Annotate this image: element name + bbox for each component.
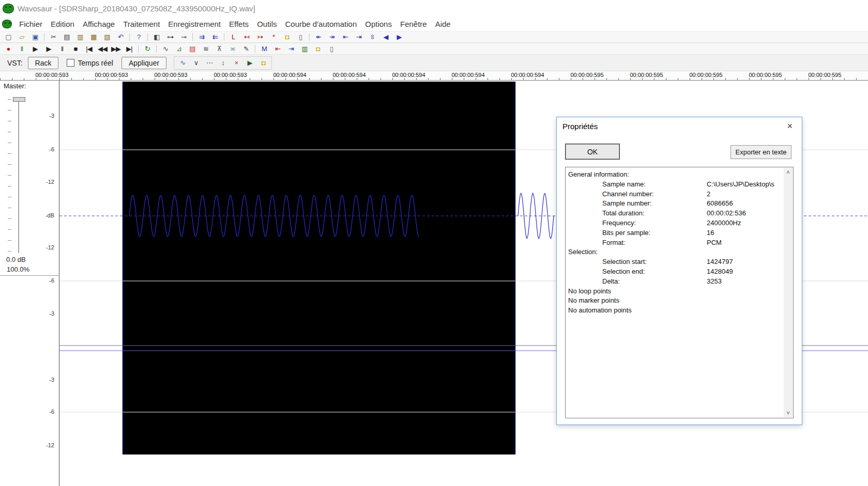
- statistics-icon[interactable]: ⊿: [172, 43, 186, 54]
- ruler-timestamp: 00:00:00:593: [201, 71, 260, 79]
- vst-play-icon[interactable]: ▶: [243, 57, 256, 68]
- rack-button[interactable]: Rack: [28, 57, 59, 69]
- scroll-up-icon[interactable]: ˄: [784, 168, 793, 177]
- close-icon[interactable]: ×: [784, 120, 796, 133]
- lock-markers-icon[interactable]: ◘: [280, 32, 294, 42]
- zoom-vertical-icon[interactable]: ⇳: [366, 32, 379, 42]
- go-to-end-icon[interactable]: ▶|: [123, 43, 136, 54]
- menu-effets[interactable]: Effets: [225, 19, 253, 29]
- play-selection-icon[interactable]: ▶: [42, 43, 55, 54]
- ruler-timestamp: 00:00:00:594: [379, 71, 438, 79]
- document-frog-icon[interactable]: [2, 20, 12, 28]
- undo-icon[interactable]: ↶: [114, 32, 127, 42]
- oscilloscope-icon[interactable]: ≍: [226, 43, 239, 54]
- menu-courbe-d-automation[interactable]: Courbe d'automation: [281, 19, 361, 29]
- menu-enregistrement[interactable]: Enregistrement: [164, 19, 225, 29]
- properties-list[interactable]: General information:Sample name:C:\Users…: [565, 167, 794, 418]
- preset-dropdown-icon[interactable]: ∨: [189, 57, 203, 68]
- help-icon[interactable]: ?: [132, 32, 145, 42]
- zoom-selection-icon[interactable]: ⇉: [195, 32, 208, 42]
- waveform-view-icon[interactable]: ∿: [159, 43, 172, 54]
- next-marker-icon[interactable]: ↦: [253, 32, 267, 42]
- stop-icon[interactable]: ■: [69, 43, 82, 54]
- menu-traitement[interactable]: Traitement: [119, 19, 164, 29]
- insert-marker-icon[interactable]: *: [267, 32, 280, 42]
- go-previous-icon[interactable]: ◀: [379, 32, 392, 42]
- open-file-icon[interactable]: ▱: [15, 32, 28, 42]
- loop-marker-icon[interactable]: L: [226, 32, 240, 42]
- scroll-down-icon[interactable]: ˅: [784, 409, 793, 417]
- loop-playback-icon[interactable]: ↻: [141, 43, 154, 54]
- level-meter-icon[interactable]: ▥: [298, 43, 311, 54]
- zoom-in-horizontal-icon[interactable]: ↞: [312, 32, 325, 42]
- zoom-out-horizontal-icon[interactable]: ↠: [325, 32, 339, 42]
- menu-edition[interactable]: Edition: [47, 19, 79, 29]
- pause-icon[interactable]: ‖: [55, 43, 69, 54]
- vst-preset-icon[interactable]: ∿: [176, 57, 189, 68]
- audio-config-icon[interactable]: ◧: [150, 32, 163, 42]
- export-text-button[interactable]: Exporter en texte: [730, 145, 791, 159]
- vst-mini-toolbar: ∿∨⋯↕×▶◘: [174, 56, 272, 70]
- property-label: Frequency:: [568, 219, 636, 227]
- time-ruler[interactable]: 00:00:00:59300:00:00:59300:00:00:59300:0…: [0, 71, 868, 81]
- resample-icon[interactable]: ⊶: [163, 32, 177, 42]
- save-file-icon[interactable]: ▣: [28, 32, 42, 42]
- menu-options[interactable]: Options: [361, 19, 396, 29]
- apply-button[interactable]: Appliquer: [121, 57, 166, 69]
- db-scale-label: -6: [49, 277, 54, 284]
- property-row: Channel number:2: [568, 190, 781, 199]
- align-right-icon[interactable]: ⇥: [284, 43, 298, 54]
- volume-slider-handle[interactable]: [13, 97, 25, 102]
- rewind-icon[interactable]: ◀◀: [96, 43, 109, 54]
- menu-fen-tre[interactable]: Fenêtre: [396, 19, 431, 29]
- ok-button[interactable]: OK: [565, 144, 620, 160]
- unzoom-selection-icon[interactable]: ⇇: [208, 32, 222, 42]
- vst-lock-icon[interactable]: ◘: [256, 57, 270, 68]
- scrollbar[interactable]: ˄ ˅: [784, 168, 793, 417]
- db-scale-label: -12: [46, 244, 54, 250]
- paste-mix-icon[interactable]: ▦: [87, 32, 100, 42]
- volume-slider-track[interactable]: [18, 100, 19, 253]
- paste-icon[interactable]: ▥: [73, 32, 87, 42]
- property-row: No loop points: [568, 287, 781, 296]
- align-left-icon[interactable]: ⇤: [271, 43, 284, 54]
- draw-wave-icon[interactable]: ✎: [239, 43, 253, 54]
- remove-vst-icon[interactable]: ×: [230, 57, 243, 68]
- prev-marker-icon[interactable]: ↤: [240, 32, 253, 42]
- property-value: 1428049: [707, 267, 733, 277]
- lock-icon[interactable]: ◘: [311, 43, 325, 54]
- menu-aide[interactable]: Aide: [431, 19, 455, 29]
- menubar: FichierEditionAffichageTraitementEnregis…: [0, 17, 868, 31]
- go-to-start-icon[interactable]: |◀: [82, 43, 96, 54]
- ruler-timestamp: 00:00:00:595: [557, 71, 617, 79]
- property-row: Selection start:1424797: [568, 257, 781, 267]
- play-icon[interactable]: ▶: [28, 43, 42, 54]
- bind-channels-icon[interactable]: ⊸: [177, 32, 190, 42]
- sonogram-icon[interactable]: ⊼: [212, 43, 226, 54]
- spectrum-report-icon[interactable]: ▤: [186, 43, 199, 54]
- realtime-checkbox[interactable]: [67, 59, 74, 67]
- fast-forward-icon[interactable]: ▶▶: [109, 43, 123, 54]
- paste-replace-icon[interactable]: ▧: [100, 32, 114, 42]
- more-options-icon[interactable]: ⋯: [203, 57, 216, 68]
- zoom-to-selection-icon[interactable]: ⇤: [339, 32, 352, 42]
- cut-icon[interactable]: ✂: [47, 32, 60, 42]
- record-icon[interactable]: ●: [2, 43, 15, 54]
- menu-affichage[interactable]: Affichage: [79, 19, 119, 29]
- spectrum-analysis-icon[interactable]: ≋: [199, 43, 212, 54]
- delete-icon[interactable]: ▯: [325, 43, 338, 54]
- copy-icon[interactable]: ▤: [60, 32, 73, 42]
- delete-markers-icon[interactable]: ▯: [294, 32, 307, 42]
- new-file-icon[interactable]: ▢: [2, 32, 15, 42]
- menu-fichier[interactable]: Fichier: [15, 19, 47, 29]
- zoom-all-icon[interactable]: ⇥: [352, 32, 366, 42]
- resize-icon[interactable]: ↕: [216, 57, 230, 68]
- pause-record-icon[interactable]: ‖: [15, 43, 28, 54]
- go-next-icon[interactable]: ▶: [392, 32, 406, 42]
- selection-region[interactable]: [123, 82, 515, 454]
- property-label: No automation points: [568, 306, 632, 314]
- property-label: Sample number:: [568, 199, 651, 207]
- marker-m-icon[interactable]: M: [257, 43, 271, 54]
- property-row: Bits per sample:16: [568, 228, 781, 238]
- menu-outils[interactable]: Outils: [253, 19, 281, 29]
